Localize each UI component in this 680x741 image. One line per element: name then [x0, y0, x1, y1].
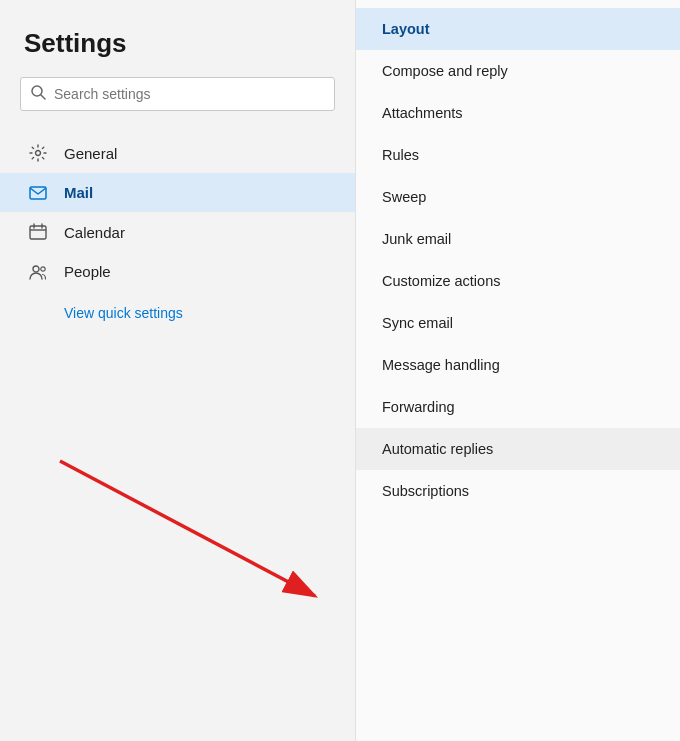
svg-line-1 — [41, 95, 45, 99]
svg-point-9 — [41, 266, 45, 270]
calendar-icon — [24, 223, 52, 241]
right-item-message-handling[interactable]: Message handling — [356, 344, 680, 386]
nav-mail[interactable]: Mail — [0, 173, 355, 212]
right-item-subscriptions[interactable]: Subscriptions — [356, 470, 680, 512]
people-icon — [24, 264, 52, 280]
nav-calendar[interactable]: Calendar — [0, 212, 355, 252]
page-title: Settings — [0, 28, 355, 77]
search-icon — [31, 85, 46, 103]
right-item-forwarding[interactable]: Forwarding — [356, 386, 680, 428]
right-item-compose-reply[interactable]: Compose and reply — [356, 50, 680, 92]
search-box-wrapper — [0, 77, 355, 133]
mail-icon — [24, 186, 52, 200]
right-item-sweep[interactable]: Sweep — [356, 176, 680, 218]
view-quick-settings-link[interactable]: View quick settings — [0, 291, 355, 335]
right-item-sync-email[interactable]: Sync email — [356, 302, 680, 344]
right-panel: Layout Compose and reply Attachments Rul… — [355, 0, 680, 741]
nav-calendar-label: Calendar — [64, 224, 125, 241]
nav-mail-label: Mail — [64, 184, 93, 201]
search-input[interactable] — [54, 86, 324, 102]
sidebar: Settings General — [0, 0, 355, 741]
svg-rect-3 — [30, 187, 46, 199]
nav-general[interactable]: General — [0, 133, 355, 173]
svg-point-2 — [36, 151, 41, 156]
nav-general-label: General — [64, 145, 117, 162]
right-item-layout[interactable]: Layout — [356, 8, 680, 50]
svg-line-11 — [60, 461, 315, 596]
right-item-automatic-replies[interactable]: Automatic replies — [356, 428, 680, 470]
arrow-annotation — [30, 441, 340, 621]
svg-point-8 — [33, 266, 39, 272]
nav-people-label: People — [64, 263, 111, 280]
right-item-junk-email[interactable]: Junk email — [356, 218, 680, 260]
search-box[interactable] — [20, 77, 335, 111]
svg-rect-4 — [30, 226, 46, 239]
right-item-rules[interactable]: Rules — [356, 134, 680, 176]
right-item-customize-actions[interactable]: Customize actions — [356, 260, 680, 302]
right-item-attachments[interactable]: Attachments — [356, 92, 680, 134]
nav-people[interactable]: People — [0, 252, 355, 291]
gear-icon — [24, 144, 52, 162]
